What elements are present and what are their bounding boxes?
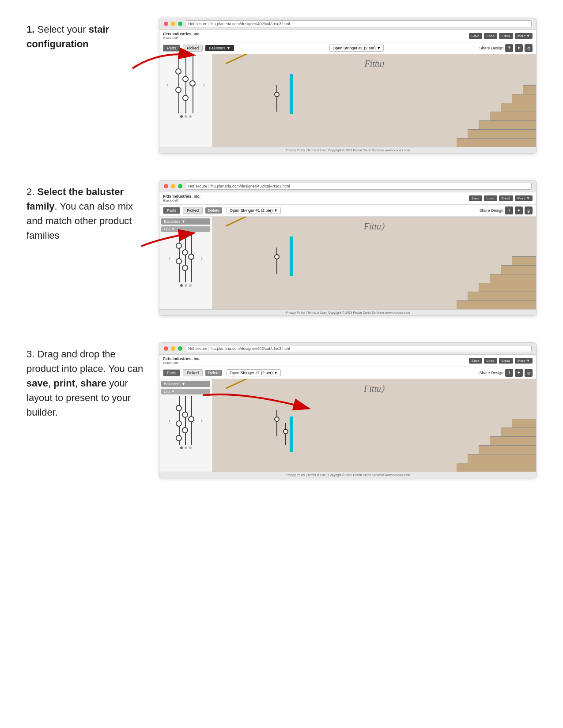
b2-stringer-select[interactable]: Open Stringer #1 (2 per) ▼ bbox=[227, 207, 281, 214]
app-body-1: ‹ bbox=[159, 54, 536, 147]
b3-dot-3 bbox=[189, 447, 192, 449]
right-panel-1: Fittu⟩ bbox=[212, 54, 536, 147]
browser-dot-red bbox=[164, 22, 168, 26]
b3-handrail bbox=[225, 379, 306, 389]
baluster-circle-1 bbox=[175, 68, 181, 75]
b2-facebook-icon[interactable]: f bbox=[505, 206, 513, 214]
email-button[interactable]: Email bbox=[499, 33, 513, 39]
b3-carousel-right[interactable]: › bbox=[199, 417, 205, 424]
carousel-right-arrow[interactable]: › bbox=[201, 81, 207, 88]
b3-instagram-icon[interactable]: ✦ bbox=[515, 369, 523, 377]
b2-instagram-icon[interactable]: ✦ bbox=[515, 206, 523, 214]
b2-dot-1 bbox=[180, 284, 183, 287]
b3-carousel-left[interactable]: ‹ bbox=[167, 417, 173, 424]
baluster-preview bbox=[170, 56, 201, 113]
facebook-icon[interactable]: f bbox=[505, 44, 513, 52]
toolbar-3: Parts Picked Delete Open Stringer #1 (2 … bbox=[159, 367, 536, 379]
step-6 bbox=[512, 94, 536, 103]
carousel-left-arrow[interactable]: ‹ bbox=[165, 81, 170, 88]
b3-balusters-dropdown[interactable]: Balusters ▼ bbox=[161, 381, 210, 387]
step-1-block: 1. Select your stairconfiguration bbox=[26, 18, 537, 154]
right-panel-2: Fittu⟩ bbox=[212, 217, 536, 309]
b3-share-area: Share Design f ✦ g bbox=[479, 369, 533, 377]
stringer-select[interactable]: Open Stringer #1 (2 per) ▼ bbox=[329, 45, 384, 52]
step-7 bbox=[523, 85, 536, 94]
footer-text: Privacy Policy | Terms of Use | Copyrigh… bbox=[286, 149, 410, 152]
dot-2 bbox=[185, 115, 187, 118]
step-2-content: Select the baluster family. You can also… bbox=[26, 186, 133, 241]
b3-delete-button[interactable]: Delete bbox=[205, 370, 222, 376]
b3-step-4 bbox=[490, 436, 536, 445]
balusters-button[interactable]: Balusters ▼ bbox=[205, 45, 234, 51]
b3-save-button[interactable]: Save bbox=[469, 358, 482, 364]
b3-dot-2 bbox=[185, 447, 187, 449]
b2-email-button[interactable]: Email bbox=[499, 195, 513, 201]
b2-brand-name: Fitts Industries, Inc. bbox=[163, 194, 200, 199]
b2-share-area: Share Design f ✦ g bbox=[479, 206, 533, 214]
google-icon[interactable]: g bbox=[525, 44, 533, 52]
b3-facebook-icon[interactable]: f bbox=[505, 369, 513, 377]
b3-stair-circle-2 bbox=[283, 429, 288, 434]
b3-email-button[interactable]: Email bbox=[499, 358, 513, 364]
b2-circle-1 bbox=[176, 243, 182, 249]
b2-url-bar: Not secure | fitu.planeria.com/designer/… bbox=[185, 183, 532, 190]
b3-load-button[interactable]: Load bbox=[484, 358, 497, 364]
b3-linz-dropdown[interactable]: Linz ▼ bbox=[161, 389, 210, 394]
linz-dropdown[interactable]: Linz ▼ bbox=[161, 226, 210, 232]
share-label: Share Design bbox=[479, 46, 503, 50]
dot-3 bbox=[189, 115, 192, 118]
b2-parts-tab[interactable]: Parts bbox=[163, 207, 180, 214]
picked-tab[interactable]: Picked bbox=[183, 45, 203, 52]
left-panel-2: Balusters ▼ Linz ▼ ‹ bbox=[159, 217, 212, 309]
step-3-block: 3. Drag and drop the product into place.… bbox=[26, 342, 537, 478]
parts-tab[interactable]: Parts bbox=[163, 45, 180, 52]
b2-save-button[interactable]: Save bbox=[469, 195, 482, 201]
b3-fitt-logo: Fittu⟩ bbox=[364, 383, 385, 394]
b2-carousel-right[interactable]: › bbox=[199, 255, 205, 262]
more-button[interactable]: More ▼ bbox=[515, 33, 533, 39]
step-2 bbox=[468, 129, 536, 138]
stair-circle-1 bbox=[274, 92, 280, 97]
b3-dot-green bbox=[178, 346, 182, 351]
b3-bar-c bbox=[185, 396, 186, 445]
b3-more-button[interactable]: More ▼ bbox=[515, 358, 533, 364]
b3-google-icon[interactable]: g bbox=[525, 369, 533, 377]
step-3-content: Drag and drop the product into place. Yo… bbox=[26, 349, 143, 418]
b2-carousel-left[interactable]: ‹ bbox=[167, 255, 173, 262]
app-body-3: Balusters ▼ Linz ▼ ‹ bbox=[159, 379, 536, 472]
b3-stringer-select[interactable]: Open Stringer #1 (2 per) ▼ bbox=[227, 369, 281, 376]
b3-brand: Fitts Industries, Inc. BlackKoff bbox=[163, 356, 200, 365]
b3-baluster-2 bbox=[285, 423, 286, 445]
b3-dot-1 bbox=[180, 447, 183, 449]
b3-circle-5 bbox=[188, 416, 194, 422]
b2-stair-baluster bbox=[276, 248, 277, 274]
b2-google-icon[interactable]: g bbox=[525, 206, 533, 214]
save-button[interactable]: Save bbox=[469, 33, 482, 39]
b3-step-5 bbox=[501, 428, 536, 436]
step-2-text: 2. Select the baluster family. You can a… bbox=[26, 180, 159, 243]
b2-carousel-area: ‹ › bbox=[161, 234, 210, 282]
b2-step-4 bbox=[490, 274, 536, 283]
b2-delete-button[interactable]: Delete bbox=[205, 207, 222, 214]
dot-1 bbox=[180, 115, 183, 118]
load-button[interactable]: Load bbox=[484, 33, 497, 39]
b3-baluster-1 bbox=[276, 410, 277, 436]
b3-circle-6 bbox=[176, 435, 182, 441]
b3-brand-sub: BlackKoff bbox=[163, 361, 200, 365]
b2-more-button[interactable]: More ▼ bbox=[515, 195, 533, 201]
app-footer-3: Privacy Policy | Terms of Use | Copyrigh… bbox=[159, 472, 536, 478]
b2-picked-tab[interactable]: Picked bbox=[183, 207, 203, 214]
b3-parts-tab[interactable]: Parts bbox=[163, 369, 180, 376]
b3-picked-tab[interactable]: Picked bbox=[183, 369, 203, 376]
b3-step-6 bbox=[512, 419, 536, 428]
b2-load-button[interactable]: Load bbox=[484, 195, 497, 201]
baluster-bar-center bbox=[185, 56, 186, 113]
balusters-dropdown-2[interactable]: Balusters ▼ bbox=[161, 218, 210, 225]
step-2-screenshot: Not secure | fitu.planeria.com/designer/… bbox=[159, 180, 537, 316]
b3-circle-3 bbox=[182, 412, 188, 418]
left-panel-1: ‹ bbox=[159, 54, 212, 147]
b2-step-6 bbox=[512, 256, 536, 265]
b3-dot-red bbox=[164, 346, 168, 351]
b2-stair-circle bbox=[274, 254, 280, 259]
instagram-icon[interactable]: ✦ bbox=[515, 44, 523, 52]
